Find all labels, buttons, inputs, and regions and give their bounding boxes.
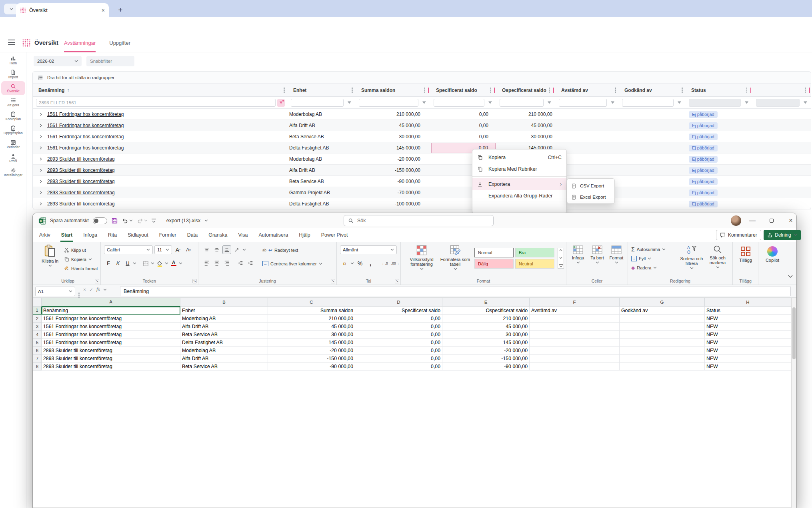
- clear-button[interactable]: ◆ Radera: [631, 263, 666, 272]
- new-tab-button[interactable]: +: [115, 5, 126, 15]
- cell-B5[interactable]: Delta Fastighet AB: [180, 339, 268, 347]
- font-color-button[interactable]: A: [169, 259, 178, 268]
- cell-F6[interactable]: [530, 347, 620, 355]
- table-row[interactable]: 2893 Skulder till koncernföretagDelta Fa…: [33, 198, 811, 209]
- format-painter-button[interactable]: Hämta format: [64, 264, 98, 273]
- expand-row-icon[interactable]: [38, 190, 43, 195]
- cell-F2[interactable]: [530, 315, 620, 323]
- ribbon-tab-automatisera[interactable]: Automatisera: [258, 228, 289, 242]
- filter-input-col8[interactable]: [756, 99, 800, 107]
- tab-close-icon[interactable]: ×: [102, 7, 105, 14]
- cell-D1[interactable]: Specificerat saldo: [355, 307, 442, 315]
- filter-funnel-icon[interactable]: [610, 100, 615, 105]
- sidebar-item-inst-llningar[interactable]: Inställningar: [1, 165, 25, 179]
- filter-input-col2[interactable]: [359, 99, 418, 107]
- submenu-item-excel-export[interactable]: Excel Export: [567, 191, 614, 203]
- cell-H4[interactable]: NEW: [705, 331, 791, 339]
- delete-cells-button[interactable]: Ta bort: [588, 245, 606, 264]
- menu-item-exportera[interactable]: Exportera›: [472, 178, 566, 190]
- copy-button[interactable]: Kopiera: [64, 255, 98, 264]
- cell-E8[interactable]: -90 000,00: [442, 363, 530, 371]
- borders-button[interactable]: [141, 259, 150, 268]
- redo-button[interactable]: [137, 217, 148, 224]
- filter-input-col3[interactable]: [434, 99, 484, 107]
- quick-access-customize-button[interactable]: [152, 219, 156, 223]
- cell-D5[interactable]: 0,00: [355, 339, 442, 347]
- cell-E2[interactable]: 210 000,00: [442, 315, 530, 323]
- menu-icon[interactable]: [8, 40, 15, 45]
- fill-color-button[interactable]: [155, 259, 164, 268]
- expand-row-icon[interactable]: [38, 157, 43, 161]
- user-avatar[interactable]: [731, 215, 741, 226]
- period-select[interactable]: 2026-02: [34, 56, 82, 66]
- cell-H3[interactable]: NEW: [705, 323, 791, 331]
- row-group-dropzone[interactable]: Dra hit för att ställa in radgrupper: [33, 72, 811, 84]
- filter-funnel-icon[interactable]: [803, 100, 808, 105]
- autosave-toggle[interactable]: [93, 217, 107, 224]
- cell-B8[interactable]: Beta Service AB: [180, 363, 268, 371]
- sidebar-item-perioder[interactable]: Perioder: [1, 137, 25, 151]
- account-link[interactable]: 2893 Skulder till koncernföretag: [47, 156, 115, 162]
- increase-font-button[interactable]: A^: [174, 245, 182, 254]
- align-left-button[interactable]: [202, 259, 211, 268]
- cell-E6[interactable]: -20 000,00: [442, 347, 530, 355]
- save-button[interactable]: [111, 217, 118, 224]
- column-header-summa-saldon[interactable]: Summa saldon: [356, 84, 430, 97]
- filter-funnel-icon[interactable]: [347, 100, 352, 105]
- browser-tab[interactable]: Översikt ×: [16, 3, 109, 17]
- italic-button[interactable]: K: [114, 259, 122, 268]
- nav-item-uppgifter[interactable]: Uppgifter: [109, 33, 130, 52]
- column-header-extra[interactable]: [753, 84, 812, 97]
- share-button[interactable]: Delning: [764, 230, 801, 240]
- sidebar-item-kontoplan[interactable]: Kontoplan: [1, 109, 25, 123]
- cell-E5[interactable]: 145 000,00: [442, 339, 530, 347]
- row-header-1[interactable]: 1: [33, 307, 42, 315]
- column-menu-icon[interactable]: [352, 88, 353, 93]
- column-menu-icon[interactable]: [746, 88, 748, 93]
- cell-G7[interactable]: [620, 355, 705, 363]
- row-header-4[interactable]: 4: [33, 331, 42, 339]
- namebox-resize-handle[interactable]: [78, 293, 80, 298]
- cell-E1[interactable]: Ospecificerat saldo: [442, 307, 530, 315]
- cell-D4[interactable]: 0,00: [355, 331, 442, 339]
- account-link[interactable]: 1561 Fordringar hos koncernföretag: [47, 123, 124, 128]
- cell-F7[interactable]: [530, 355, 620, 363]
- expand-row-icon[interactable]: [38, 168, 43, 173]
- column-header-F[interactable]: F: [530, 298, 620, 307]
- cell-style-neutral[interactable]: Neutral: [515, 259, 554, 269]
- cell-A7[interactable]: 2893 Skulder till koncernföretag: [42, 355, 180, 363]
- ribbon-tab-start[interactable]: Start: [60, 228, 73, 242]
- cell-H2[interactable]: NEW: [705, 315, 791, 323]
- column-menu-icon[interactable]: [549, 88, 550, 93]
- column-header-status[interactable]: Status: [686, 84, 753, 97]
- cell-H6[interactable]: NEW: [705, 347, 791, 355]
- cell-B2[interactable]: Moderbolag AB: [180, 315, 268, 323]
- ribbon-tab-infoga[interactable]: Infoga: [82, 228, 98, 242]
- conditional-formatting-button[interactable]: Villkorsstyrd formatering: [406, 245, 438, 270]
- cell-E7[interactable]: -150 000,00: [442, 355, 530, 363]
- cut-button[interactable]: Klipp ut: [64, 245, 98, 255]
- font-size-select[interactable]: 11: [154, 245, 172, 254]
- cell-H8[interactable]: NEW: [705, 363, 791, 371]
- align-top-button[interactable]: [202, 245, 211, 254]
- cell-F4[interactable]: [530, 331, 620, 339]
- insert-function-button[interactable]: fx: [96, 287, 100, 293]
- row-header-8[interactable]: 8: [33, 363, 42, 371]
- decrease-decimal-button[interactable]: .00→: [391, 259, 400, 268]
- cell-C7[interactable]: -150 000,00: [268, 355, 355, 363]
- align-center-button[interactable]: [212, 259, 221, 268]
- menu-item-kopiera[interactable]: KopieraCtrl+C: [472, 151, 566, 163]
- nav-item-avstämningar[interactable]: Avstämningar: [64, 33, 96, 52]
- minimize-button[interactable]: —: [746, 213, 759, 228]
- cell-A5[interactable]: 1561 Fordringar hos koncernföretag: [42, 339, 180, 347]
- cell-G2[interactable]: [620, 315, 705, 323]
- sidebar-item-hem[interactable]: Hem: [1, 53, 25, 67]
- expand-row-icon[interactable]: [38, 112, 43, 117]
- accounting-format-button[interactable]: ¤: [340, 259, 349, 268]
- cell-B4[interactable]: Beta Service AB: [180, 331, 268, 339]
- quick-filter-input[interactable]: Snabbfilter: [86, 56, 134, 66]
- cell-G8[interactable]: [620, 363, 705, 371]
- ribbon-tab-formler[interactable]: Formler: [158, 228, 177, 242]
- table-row[interactable]: 2893 Skulder till koncernföretagBeta Ser…: [33, 176, 811, 187]
- align-bottom-button[interactable]: [222, 245, 231, 254]
